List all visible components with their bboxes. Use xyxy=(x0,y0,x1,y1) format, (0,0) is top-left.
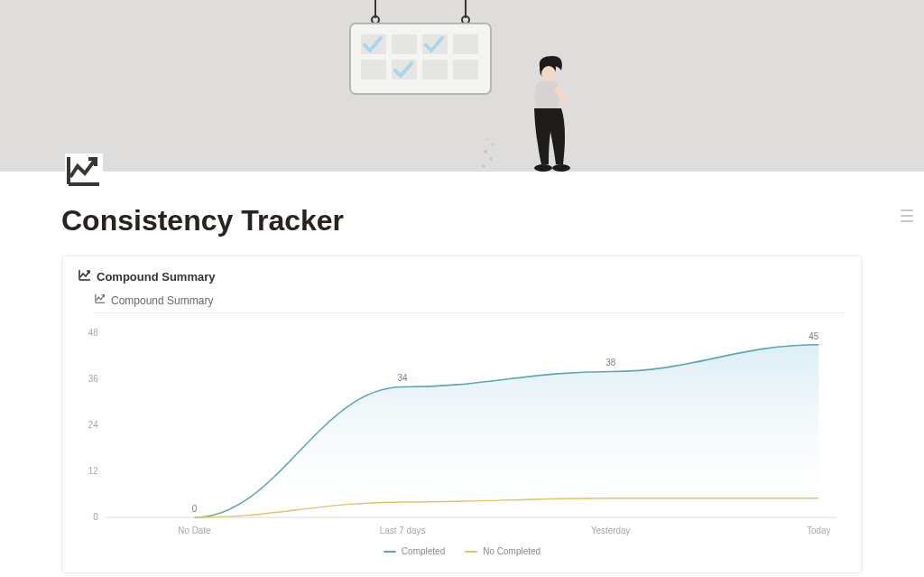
svg-rect-11 xyxy=(422,60,448,79)
svg-rect-6 xyxy=(392,34,417,54)
svg-rect-8 xyxy=(453,34,478,54)
page-menu-button[interactable] xyxy=(901,209,913,226)
page-title[interactable]: Consistency Tracker xyxy=(61,204,863,237)
svg-point-16 xyxy=(482,164,485,168)
svg-text:36: 36 xyxy=(88,374,98,384)
svg-rect-4 xyxy=(350,23,491,94)
svg-point-17 xyxy=(490,158,493,161)
svg-point-20 xyxy=(486,138,488,140)
calendar-illustration xyxy=(348,0,493,99)
svg-point-14 xyxy=(534,164,552,172)
svg-point-19 xyxy=(492,144,494,146)
legend-no-completed-label: No Completed xyxy=(483,546,541,556)
svg-point-13 xyxy=(541,66,556,82)
svg-text:Yesterday: Yesterday xyxy=(591,526,631,535)
person-illustration xyxy=(514,54,587,179)
svg-point-18 xyxy=(484,150,487,154)
card-header-label: Compound Summary xyxy=(97,270,215,284)
legend-no-completed[interactable]: No Completed xyxy=(465,546,541,556)
svg-text:0: 0 xyxy=(93,512,98,522)
legend-completed-label: Completed xyxy=(402,546,445,556)
card-tab-label: Compound Summary xyxy=(111,294,213,307)
chart-line-icon xyxy=(79,269,91,284)
svg-text:12: 12 xyxy=(88,466,98,476)
svg-text:Today: Today xyxy=(807,526,830,535)
svg-rect-9 xyxy=(361,60,386,79)
svg-rect-12 xyxy=(453,60,478,79)
compound-summary-card: Compound Summary Compound Summary 012243… xyxy=(61,256,863,573)
svg-text:48: 48 xyxy=(88,328,98,338)
legend-completed[interactable]: Completed xyxy=(383,546,445,556)
svg-text:45: 45 xyxy=(808,331,818,341)
card-header[interactable]: Compound Summary xyxy=(79,269,845,284)
svg-text:Last 7 days: Last 7 days xyxy=(380,526,426,535)
svg-text:24: 24 xyxy=(88,420,98,430)
hero-banner xyxy=(0,0,924,172)
svg-point-15 xyxy=(552,164,570,172)
svg-text:38: 38 xyxy=(605,358,615,368)
card-tab[interactable]: Compound Summary xyxy=(95,293,845,313)
bubbles-decor xyxy=(478,135,500,175)
svg-text:0: 0 xyxy=(192,504,198,514)
chart-line-icon xyxy=(95,293,106,307)
svg-text:No Date: No Date xyxy=(178,526,211,535)
svg-text:34: 34 xyxy=(398,373,408,383)
area-chart: 012243648No DateLast 7 daysYesterdayToda… xyxy=(79,319,845,543)
page-icon[interactable] xyxy=(65,154,103,191)
chart-legend: Completed No Completed xyxy=(79,546,845,556)
